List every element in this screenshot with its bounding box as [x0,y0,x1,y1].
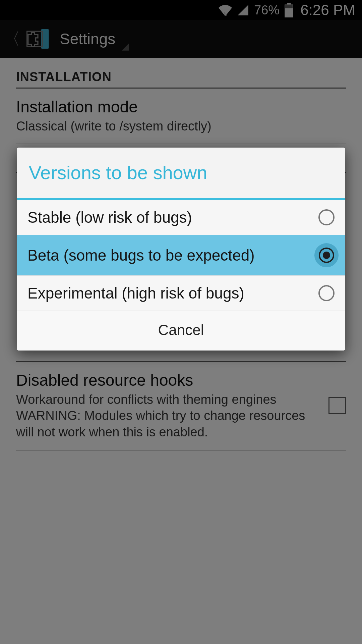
radio-icon [319,248,334,263]
option-label: Experimental (high risk of bugs) [27,284,312,303]
dialog-option-experimental[interactable]: Experimental (high risk of bugs) [17,276,345,311]
radio-selected-halo [314,243,339,267]
dialog-option-stable[interactable]: Stable (low risk of bugs) [17,200,345,235]
dialog-option-beta[interactable]: Beta (some bugs to be expected) [17,235,345,276]
radio-icon [318,209,335,225]
option-label: Stable (low risk of bugs) [27,208,312,227]
cancel-button[interactable]: Cancel [17,311,345,351]
versions-dialog: Versions to be shown Stable (low risk of… [17,148,345,351]
radio-icon [318,285,335,301]
dialog-title: Versions to be shown [17,148,345,200]
option-label: Beta (some bugs to be expected) [27,246,308,265]
